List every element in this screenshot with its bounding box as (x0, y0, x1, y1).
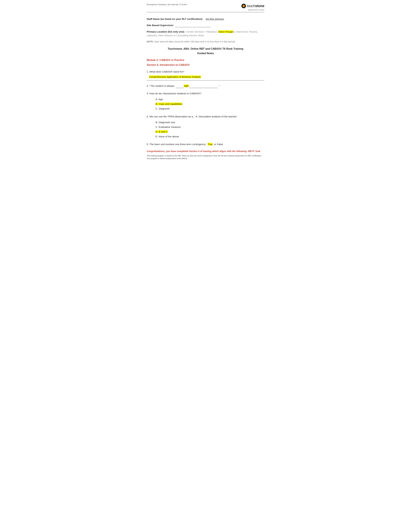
note-line: NOTE: Start and end dates (must be withi… (147, 40, 264, 43)
q5-after: or False (214, 143, 223, 146)
q1-answer: Comprehensive Application of Behavior An… (147, 75, 264, 79)
doc-title-line2: Guided Notes (147, 51, 264, 55)
logo-dot-inner (243, 5, 245, 7)
section-heading: Section 4- Introduction to CABAS® (147, 63, 264, 67)
q2-line (189, 84, 218, 88)
q5-body: The learn unit involves one three-term c… (149, 143, 206, 146)
question-2: 2. "The student is always right ." (147, 84, 264, 88)
location-text-before: Center Services: Thibodaux, (186, 30, 218, 33)
q2-body: "The student is always (149, 85, 174, 87)
doc-title-line1: Touchstone, ABA- Online RBT and CABAS® T… (147, 47, 264, 51)
logo-bold: stone (255, 4, 264, 8)
q3-option-c-label: C. Diagnosis (156, 107, 170, 110)
note-label: NOTE: (147, 40, 154, 43)
question-3: 3. How do we characterize students in CA… (147, 92, 264, 111)
q3-option-a: A. Age (147, 97, 264, 102)
staff-name-field: Staff Name (as listed on your RLT certif… (147, 17, 264, 21)
logo-area: touchstone applied behavior analysis (242, 3, 264, 11)
q4-option-d-label: D. B and C (156, 130, 168, 133)
q4-option-b-label: B. Diagnostic tool (156, 121, 175, 124)
q3-number: 3. (147, 92, 149, 95)
q4-number: 4. (147, 115, 149, 118)
small-note: This training program is based on the RB… (147, 154, 264, 160)
q5-true: True (208, 143, 213, 146)
location-baton-rouge: Baton Rouge (218, 30, 233, 33)
question-5: 5. The learn unit involves one three-ter… (147, 142, 264, 146)
q4-option-b: B. Diagnostic tool (147, 120, 264, 125)
supervisor-blank (175, 23, 211, 27)
page-header: Developed for Touchstone, ABA staff only… (147, 3, 264, 12)
q2-text: 2. "The student is always right ." (147, 84, 264, 88)
q4-option-c: C. Evaluative measure (147, 125, 264, 129)
q5-text: 5. The learn unit involves one three-ter… (147, 142, 264, 146)
q2-after: ." (218, 85, 220, 87)
staff-name-label: Staff Name (as listed on your RLT certif… (147, 18, 203, 20)
supervisor-field: Site Based Supervisor: (147, 23, 264, 27)
q2-blank-before (176, 84, 184, 88)
q1-text: 1. What does CABAS® stand for? (147, 70, 264, 74)
q3-option-c: C. Diagnosis (147, 106, 264, 111)
logo-name: touch (247, 4, 255, 8)
q4-option-c-label: C. Evaluative measure (156, 126, 181, 128)
q1-answer-text: Comprehensive Application of Behavior An… (149, 76, 201, 78)
q4-option-e: E. None of the above (147, 134, 264, 139)
question-4: 4. We can use the TPRA observation as a.… (147, 115, 264, 139)
logo-sub: applied behavior analysis (248, 9, 264, 11)
q3-option-b-label: B. Cups and capabilities (156, 103, 182, 105)
q1-body: What does CABAS® stand for? (149, 70, 184, 73)
q2-number: 2. (147, 85, 149, 87)
q4-option-e-label: E. None of the above (156, 135, 179, 138)
dev-credit: Developed for Touchstone, ABA staff only… (147, 3, 187, 6)
primary-location-label: Primary Location (list only one): (147, 30, 185, 33)
supervisor-label: Site Based Supervisor: (147, 24, 174, 27)
q4-option-d: D. B and C (147, 129, 264, 134)
logo-dot (242, 4, 246, 8)
note-text: Start and end dates (must be within 180 … (154, 40, 235, 43)
q3-body: How do we characterize students in CABAS… (149, 92, 201, 95)
q5-number: 5. (147, 143, 149, 146)
location-text-end: w, Hammond, Houma, (233, 30, 258, 33)
q3-option-b: B. Cups and capabilities (147, 102, 264, 106)
q4-body: We can use the TPRA observation as a... … (149, 115, 237, 118)
q4-text: 4. We can use the TPRA observation as a.… (147, 115, 264, 118)
q1-number: 1. (147, 70, 149, 73)
module-heading: Module 2: CABAS® in Practice (147, 58, 264, 62)
congrats-text: Congratulations, you have completed Sect… (147, 150, 264, 153)
logo-text: touchstone (247, 3, 264, 9)
q3-text: 3. How do we characterize students in CA… (147, 92, 264, 95)
q3-option-a-label: A. Age (156, 98, 163, 101)
question-1: 1. What does CABAS® stand for? Comprehen… (147, 70, 264, 81)
primary-location-field: Primary Location (list only one): Center… (147, 30, 264, 38)
q2-answer: right (184, 85, 188, 87)
location-line2: Lafayette, New Orleans or Consulting Ser… (147, 34, 204, 37)
logo: touchstone (242, 3, 264, 9)
staff-name-value: De'Sha Johnson (206, 18, 224, 20)
